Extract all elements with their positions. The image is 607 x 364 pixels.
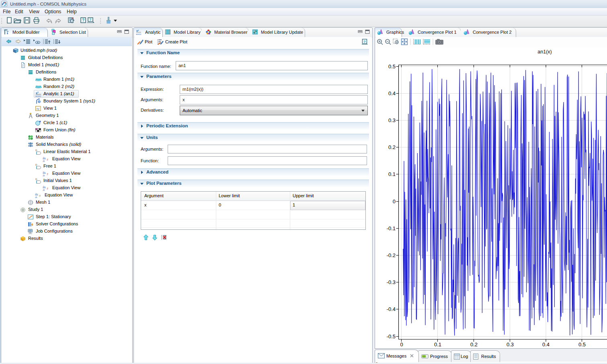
svg-text:?: ? — [363, 40, 366, 44]
svg-text:0.1: 0.1 — [388, 171, 396, 177]
svg-text:?: ? — [89, 18, 91, 22]
svg-text:0.4: 0.4 — [542, 342, 550, 348]
svg-text:∂u: ∂u — [43, 171, 46, 174]
svg-text:0.2: 0.2 — [470, 342, 478, 348]
svg-text:0.4: 0.4 — [388, 90, 396, 96]
svg-text:xy: xy — [37, 107, 40, 110]
svg-text:?: ? — [82, 18, 84, 22]
svg-text:0.2: 0.2 — [388, 144, 396, 150]
svg-text::f: :f — [47, 173, 48, 176]
svg-text:0.5: 0.5 — [578, 342, 586, 348]
svg-text:D: D — [35, 149, 37, 151]
svg-text:∂t: ∂t — [43, 174, 45, 177]
svg-text:∂u: ∂u — [43, 156, 46, 159]
svg-text::f: :f — [47, 158, 48, 161]
svg-text:-0.5: -0.5 — [387, 333, 396, 339]
svg-text:∂u: ∂u — [43, 185, 46, 188]
svg-text:-0.3: -0.3 — [387, 279, 396, 285]
svg-text:-0.4: -0.4 — [387, 306, 396, 312]
svg-text:x²: x² — [136, 29, 139, 32]
svg-text:an1(x): an1(x) — [537, 49, 552, 55]
svg-text::f: :f — [47, 187, 48, 190]
svg-text:-0.1: -0.1 — [387, 225, 396, 231]
svg-text:sin(x): sin(x) — [35, 95, 41, 97]
svg-text:0.1: 0.1 — [434, 342, 441, 348]
svg-text:∂t: ∂t — [43, 160, 45, 162]
svg-text:0.5: 0.5 — [388, 63, 396, 70]
svg-text:∂u: ∂u — [35, 192, 38, 195]
svg-text:0.3: 0.3 — [507, 342, 514, 348]
svg-text:D: D — [35, 178, 37, 180]
svg-text:0: 0 — [400, 342, 403, 348]
svg-text:∂t: ∂t — [43, 188, 45, 191]
svg-text:x²: x² — [36, 91, 39, 95]
svg-text:D: D — [35, 164, 37, 166]
svg-text::f: :f — [39, 194, 41, 197]
svg-text:0: 0 — [393, 198, 396, 204]
svg-text:sin(x): sin(x) — [136, 33, 141, 35]
svg-text:-0.2: -0.2 — [387, 252, 396, 258]
svg-text:∂t: ∂t — [35, 196, 37, 198]
svg-text:0.3: 0.3 — [388, 117, 396, 123]
